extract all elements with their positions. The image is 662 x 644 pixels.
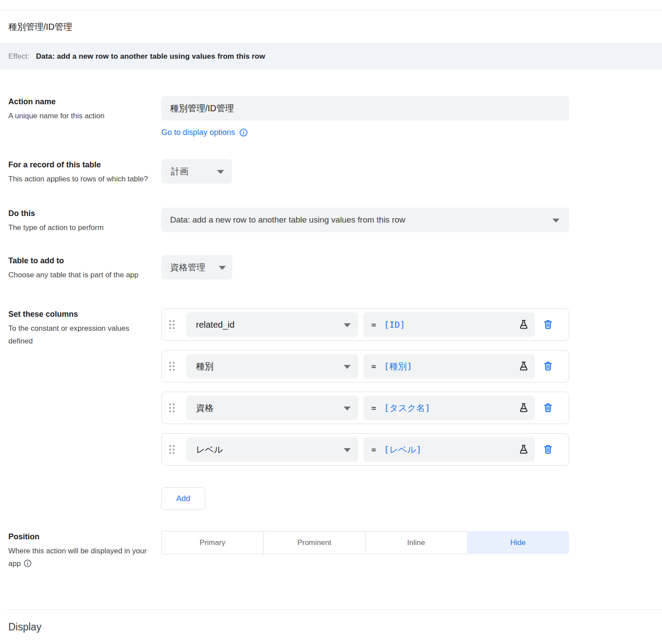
- action-name-value: 種別管理/ID管理: [170, 103, 234, 114]
- effect-label: Effect:: [8, 52, 29, 61]
- expression-field[interactable]: = [種別]: [363, 354, 535, 379]
- caret-down-icon: [219, 266, 226, 270]
- position-option-inline[interactable]: Inline: [365, 531, 467, 554]
- action-name-labels: Action name A unique name for this actio…: [8, 96, 161, 122]
- display-section-title: Display: [0, 621, 662, 633]
- flask-icon[interactable]: [518, 361, 530, 372]
- action-config-form: Action name A unique name for this actio…: [0, 96, 662, 570]
- info-icon: [23, 559, 32, 568]
- effect-value: Data: add a new row to another table usi…: [36, 52, 265, 61]
- position-option-hide[interactable]: Hide: [467, 531, 569, 554]
- column-select-value: related_id: [196, 320, 235, 330]
- info-icon: [239, 128, 248, 137]
- expression-value: [ID]: [384, 319, 518, 330]
- drag-handle-icon[interactable]: [169, 445, 174, 454]
- delete-icon[interactable]: [542, 402, 554, 414]
- delete-icon[interactable]: [542, 361, 554, 372]
- expression-value: [タスク名]: [384, 402, 518, 414]
- equals-sign: =: [371, 403, 376, 413]
- action-name-input[interactable]: 種別管理/ID管理: [161, 96, 569, 120]
- action-name-label: Action name: [8, 96, 153, 107]
- set-columns-row: Set these columns To the constant or exp…: [8, 308, 662, 510]
- table-to-add-value: 資格管理: [170, 262, 205, 273]
- position-segmented-control: Primary Prominent Inline Hide: [161, 531, 569, 554]
- column-row: 種別 = [種別]: [161, 350, 569, 382]
- record-table-label: For a record of this table: [8, 159, 153, 170]
- page-header: 種別管理/ID管理: [0, 11, 662, 43]
- record-table-labels: For a record of this table This action a…: [8, 159, 161, 185]
- column-row: レベル = [レベル]: [161, 433, 569, 466]
- action-name-row: Action name A unique name for this actio…: [8, 96, 662, 138]
- position-row: Position Where this action will be displ…: [8, 531, 662, 570]
- table-to-add-row: Table to add to Choose any table that is…: [8, 255, 662, 281]
- add-column-button[interactable]: Add: [161, 487, 205, 510]
- position-labels: Position Where this action will be displ…: [8, 531, 161, 570]
- table-to-add-labels: Table to add to Choose any table that is…: [8, 255, 161, 281]
- expression-field[interactable]: = [ID]: [363, 312, 535, 337]
- record-table-row: For a record of this table This action a…: [8, 159, 662, 185]
- caret-down-icon: [344, 448, 351, 452]
- column-select[interactable]: related_id: [186, 312, 358, 337]
- delete-icon[interactable]: [542, 444, 554, 455]
- expression-field[interactable]: = [レベル]: [363, 437, 535, 462]
- equals-sign: =: [371, 445, 376, 454]
- table-to-add-label: Table to add to: [8, 255, 153, 266]
- equals-sign: =: [371, 320, 376, 329]
- do-this-labels: Do this The type of action to perform: [8, 208, 161, 234]
- position-label: Position: [8, 531, 153, 542]
- do-this-label: Do this: [8, 208, 153, 219]
- position-option-prominent[interactable]: Prominent: [263, 531, 365, 554]
- do-this-row: Do this The type of action to perform Da…: [8, 208, 662, 234]
- expression-field[interactable]: = [タスク名]: [363, 396, 535, 420]
- go-to-display-options-link[interactable]: Go to display options: [161, 126, 569, 138]
- record-table-value: 計画: [171, 166, 189, 177]
- column-row: 資格 = [タスク名]: [161, 392, 569, 424]
- go-to-display-options-label: Go to display options: [161, 128, 235, 137]
- flask-icon[interactable]: [518, 444, 530, 456]
- drag-handle-icon[interactable]: [169, 403, 174, 412]
- do-this-description: The type of action to perform: [8, 221, 153, 234]
- caret-down-icon: [344, 407, 351, 410]
- caret-down-icon: [217, 170, 224, 174]
- column-select[interactable]: レベル: [186, 437, 358, 462]
- page-title: 種別管理/ID管理: [8, 21, 72, 33]
- record-table-select[interactable]: 計画: [161, 159, 232, 184]
- table-to-add-select[interactable]: 資格管理: [161, 255, 232, 280]
- set-columns-labels: Set these columns To the constant or exp…: [8, 308, 161, 347]
- table-to-add-description: Choose any table that is part of the app: [8, 269, 153, 281]
- column-select-value: 資格: [196, 402, 214, 414]
- drag-handle-icon[interactable]: [169, 362, 174, 371]
- flask-icon[interactable]: [518, 319, 530, 331]
- expression-value: [レベル]: [384, 444, 518, 456]
- caret-down-icon: [552, 219, 559, 223]
- delete-icon[interactable]: [542, 319, 554, 330]
- set-columns-label: Set these columns: [8, 308, 153, 320]
- caret-down-icon: [344, 323, 351, 327]
- top-spacer: [0, 0, 662, 11]
- position-option-primary[interactable]: Primary: [161, 531, 263, 554]
- effect-banner: Effect: Data: add a new row to another t…: [0, 43, 662, 70]
- expression-value: [種別]: [384, 361, 518, 372]
- section-divider: [6, 609, 662, 610]
- column-select[interactable]: 資格: [186, 396, 358, 420]
- set-columns-description: To the constant or expression values def…: [8, 322, 153, 347]
- action-name-description: A unique name for this action: [8, 110, 153, 122]
- column-select-value: 種別: [196, 361, 214, 372]
- do-this-select[interactable]: Data: add a new row to another table usi…: [161, 208, 569, 232]
- column-rows: related_id = [ID]: [161, 308, 569, 510]
- flask-icon[interactable]: [518, 402, 530, 414]
- column-row: related_id = [ID]: [161, 308, 569, 341]
- column-select-value: レベル: [196, 444, 223, 456]
- caret-down-icon: [344, 365, 351, 369]
- column-select[interactable]: 種別: [186, 354, 358, 379]
- equals-sign: =: [371, 362, 376, 371]
- drag-handle-icon[interactable]: [169, 320, 174, 329]
- do-this-value: Data: add a new row to another table usi…: [170, 215, 406, 225]
- record-table-description: This action applies to rows of which tab…: [8, 173, 153, 185]
